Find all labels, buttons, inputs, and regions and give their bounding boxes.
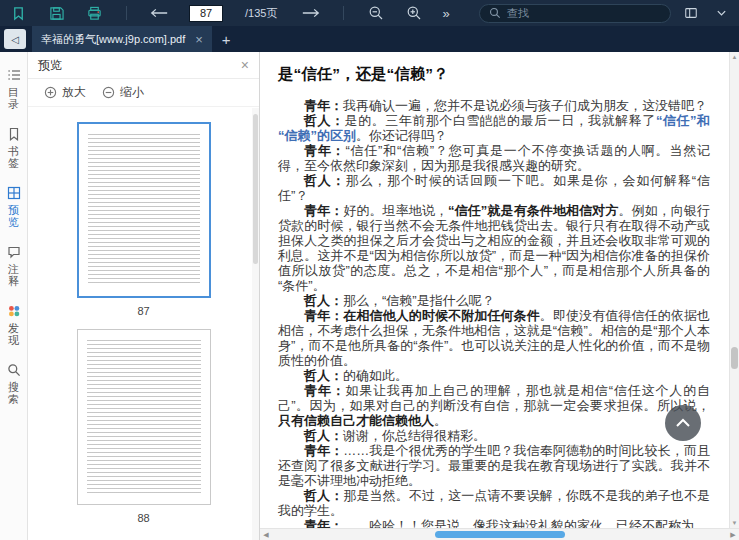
body-row: 目录 书签 预览 注释 <box>0 52 739 540</box>
prev-page-button[interactable] <box>149 3 169 23</box>
sidebar-item-search[interactable]: 搜索 <box>7 363 21 405</box>
search-box[interactable]: 查找 <box>479 4 671 23</box>
paragraph: 哲人：那么，“信赖”是指什么呢？ <box>278 293 710 308</box>
search-icon <box>489 7 501 19</box>
preview-header: 预览 × <box>28 52 259 79</box>
sidebar-item-discover[interactable]: 发现 <box>7 304 21 346</box>
zoom-out-icon[interactable] <box>366 3 386 23</box>
toolbar-separator <box>126 6 127 20</box>
paragraph: 青年：在相信他人的时候不附加任何条件。即使没有值得信任的依据也相信，不考虑什么担… <box>278 308 710 368</box>
document-section-title: 是“信任”，还是“信赖”？ <box>278 64 710 85</box>
pdf-reader-window: /135页 » <box>0 0 739 540</box>
pdf-page: 是“信任”，还是“信赖”？ 青年：我再确认一遍，您并不是说必须与孩子们成为朋友，… <box>260 52 729 528</box>
save-icon[interactable] <box>46 3 66 23</box>
document-tab-title: 幸福的勇气[www.j9p.com].pdf <box>41 32 185 47</box>
page-number-input[interactable] <box>189 5 223 22</box>
paragraph: 哲人：是的。三年前那个白雪皑皑的最后一日，我就解释了“信任”和“信赖”的区别。你… <box>278 113 710 143</box>
page-total-label: /135页 <box>245 6 277 21</box>
scroll-down-arrow-icon[interactable]: ▼ <box>730 520 739 526</box>
sidebar-item-label: 书签 <box>8 145 20 169</box>
thumbnail-page-number: 88 <box>137 512 149 524</box>
icon-sidebar: 目录 书签 预览 注释 <box>0 52 28 540</box>
sidebar-item-preview[interactable]: 预览 <box>7 186 21 228</box>
new-tab-button[interactable]: + <box>222 32 231 47</box>
sidebar-item-label: 搜索 <box>8 381 20 405</box>
horizontal-scrollbar-thumb[interactable] <box>435 531 565 538</box>
chevron-up-icon <box>675 418 691 428</box>
back-to-top-button[interactable] <box>665 405 701 441</box>
paragraph: 哲人：的确如此。 <box>278 368 710 383</box>
paragraph: 哲人：那么，那个时候的话回顾一下吧。如果是你，会如何解释“信任”？ <box>278 173 710 203</box>
search-placeholder: 查找 <box>507 6 529 21</box>
sidebar-item-label: 发现 <box>8 322 20 346</box>
paragraph: 青年：……哈哈！！您是说，像我这种没礼貌的家伙，已经不配称为 <box>278 518 710 528</box>
thumbnail-text-lines <box>87 340 201 494</box>
page-thumbnail[interactable] <box>77 329 211 505</box>
horizontal-scrollbar[interactable]: ◀ ▶ <box>260 528 739 540</box>
vertical-scrollbar[interactable]: ▲ ▼ <box>729 52 739 528</box>
scroll-up-arrow-icon[interactable]: ▲ <box>730 54 739 60</box>
preview-scrollbar-thumb[interactable] <box>253 114 258 264</box>
vertical-scrollbar-thumb[interactable] <box>731 347 738 369</box>
sidebar-item-label: 注释 <box>8 263 20 287</box>
document-paragraphs: 青年：我再确认一遍，您并不是说必须与孩子们成为朋友，这没错吧？哲人：是的。三年前… <box>278 98 710 528</box>
paragraph: 青年：好的。坦率地说，“信任”就是有条件地相信对方。例如，向银行贷款的时候，银行… <box>278 203 710 293</box>
document-view: 是“信任”，还是“信赖”？ 青年：我再确认一遍，您并不是说必须与孩子们成为朋友，… <box>260 52 739 540</box>
document-tab[interactable]: 幸福的勇气[www.j9p.com].pdf × <box>32 26 212 52</box>
circle-plus-icon <box>44 86 57 99</box>
thumbnail-page-number: 87 <box>137 305 149 317</box>
preview-scrollbar[interactable] <box>252 108 259 540</box>
toolbar-left-group: /135页 » <box>8 3 450 23</box>
sidebar-item-label: 预览 <box>8 204 20 228</box>
preview-pages-icon <box>7 186 21 200</box>
thumbnail-list: 87 88 <box>28 107 259 540</box>
bookmark-ribbon-icon <box>7 127 21 141</box>
toolbar-collapse-chevron-icon[interactable] <box>711 3 731 23</box>
bookmark-icon[interactable] <box>8 3 28 23</box>
toc-icon <box>7 68 21 82</box>
page-thumbnail[interactable] <box>77 122 211 298</box>
paragraph: 青年：“信任”和“信赖”？您可真是一个不停变换话题的人啊。当然记得，至今依然印象… <box>278 143 710 173</box>
paragraph: 青年：……我是个很优秀的学生吧？我信奉阿德勒的时间比较长，而且还查阅了很多文献进… <box>278 443 710 488</box>
tab-bar: ◁ 幸福的勇气[www.j9p.com].pdf × + <box>0 26 739 52</box>
preview-panel: 预览 × 放大 缩小 <box>28 52 260 540</box>
paragraph: 青年：如果让我再加上自己的理解，那也就是相信“信任这个人的自己”。因为，如果对自… <box>278 383 710 428</box>
discover-icon <box>7 304 21 318</box>
next-page-button[interactable] <box>301 3 321 23</box>
sidebar-collapse-button[interactable]: ◁ <box>4 29 26 49</box>
main-toolbar: /135页 » <box>0 0 739 26</box>
preview-zoom-toolbar: 放大 缩小 <box>28 79 259 107</box>
preview-close-icon[interactable]: × <box>241 58 249 72</box>
tab-close-icon[interactable]: × <box>195 33 203 46</box>
sidebar-item-annotations[interactable]: 注释 <box>7 245 21 287</box>
sidebar-item-label: 目录 <box>8 86 20 110</box>
zoom-in-icon[interactable] <box>404 3 424 23</box>
thumbnail-text-lines <box>88 134 200 286</box>
reading-mode-icon[interactable] <box>681 3 701 23</box>
more-tools-button[interactable]: » <box>442 7 449 20</box>
search-icon <box>7 363 21 377</box>
toolbar-right-group: 查找 <box>479 3 731 23</box>
circle-minus-icon <box>102 86 115 99</box>
toolbar-separator <box>343 6 344 20</box>
paragraph: 青年：我再确认一遍，您并不是说必须与孩子们成为朋友，这没错吧？ <box>278 98 710 113</box>
print-icon[interactable] <box>84 3 104 23</box>
zoom-out-label: 缩小 <box>120 84 144 101</box>
scroll-right-arrow-icon[interactable]: ▶ <box>727 529 739 540</box>
preview-title: 预览 <box>38 57 62 74</box>
paragraph: 哲人：谢谢，你总结得很精彩。 <box>278 428 710 443</box>
preview-zoom-in-button[interactable]: 放大 <box>44 84 86 101</box>
scroll-left-arrow-icon[interactable]: ◀ <box>260 529 272 540</box>
zoom-in-label: 放大 <box>62 84 86 101</box>
preview-zoom-out-button[interactable]: 缩小 <box>102 84 144 101</box>
sidebar-item-bookmarks[interactable]: 书签 <box>7 127 21 169</box>
annotation-icon <box>7 245 21 259</box>
paragraph: 哲人：那是当然。不过，这一点请不要误解，你既不是我的弟子也不是我的学生。 <box>278 488 710 518</box>
sidebar-item-toc[interactable]: 目录 <box>7 68 21 110</box>
